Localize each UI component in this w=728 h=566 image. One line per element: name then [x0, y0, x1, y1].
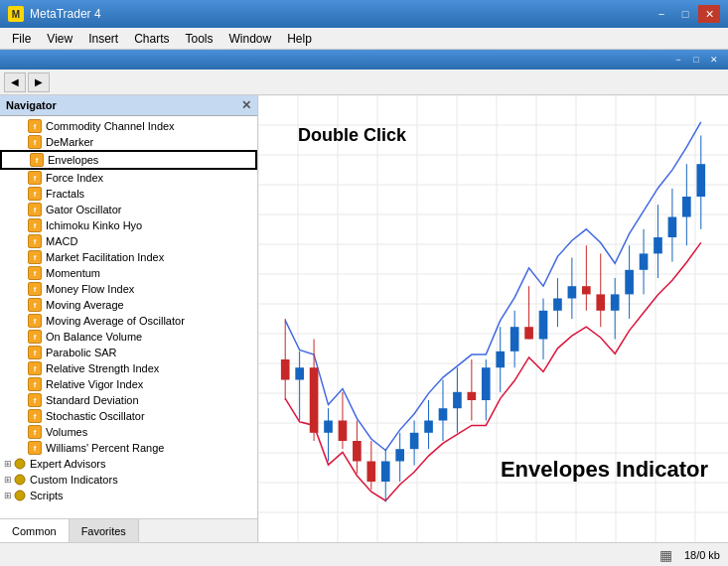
nav-item-parabolic-sar[interactable]: fParabolic SAR: [0, 345, 257, 360]
navigator-content[interactable]: fCommodity Channel IndexfDeMarkerfEnvelo…: [0, 116, 257, 518]
nav-item-market-facilitation-index[interactable]: fMarket Facilitation Index: [0, 249, 257, 265]
indicator-icon: f: [28, 346, 42, 359]
nav-item-money-flow-index[interactable]: fMoney Flow Index: [0, 281, 257, 297]
nav-item-moving-average-of-oscillator[interactable]: fMoving Average of Oscillator: [0, 313, 257, 329]
tab-common[interactable]: Common: [0, 519, 70, 542]
nav-item-relative-vigor-index[interactable]: fRelative Vigor Index: [0, 376, 257, 392]
double-click-label: Double Click: [298, 125, 406, 146]
nav-item-label: Relative Strength Index: [46, 362, 159, 374]
nav-group-custom-indicators[interactable]: ⊞ Custom Indicators: [0, 472, 257, 488]
chart-area: Double Click Envelopes Indicator: [258, 95, 728, 542]
tab-favorites[interactable]: Favorites: [70, 519, 139, 542]
title-bar: M MetaTrader 4 − □ ✕: [0, 0, 728, 28]
menu-view[interactable]: View: [39, 30, 80, 48]
nav-item-label: Money Flow Index: [46, 283, 134, 295]
indicator-icon: f: [28, 234, 42, 248]
nav-item-label: Volumes: [46, 426, 87, 438]
nav-item-label: Momentum: [46, 267, 100, 279]
indicator-icon: f: [28, 393, 42, 407]
menu-bar: File View Insert Charts Tools Window Hel…: [0, 28, 728, 50]
menu-tools[interactable]: Tools: [178, 30, 221, 48]
indicator-icon: f: [28, 377, 42, 391]
nav-item-gator-oscillator[interactable]: fGator Oscillator: [0, 202, 257, 217]
nav-item-commodity-channel-index[interactable]: fCommodity Channel Index: [0, 118, 257, 134]
navigator-tabs: Common Favorites: [0, 518, 257, 542]
nav-item-label: Relative Vigor Index: [46, 378, 143, 390]
status-memory: 18/0 kb: [684, 549, 720, 561]
indicator-icon: f: [28, 298, 42, 312]
navigator-title-bar: Navigator ✕: [0, 95, 257, 116]
nav-group-label: Expert Advisors: [30, 458, 105, 470]
doc-title-bar: − □ ✕: [0, 50, 728, 70]
menu-window[interactable]: Window: [221, 30, 280, 48]
toolbar: ◀ ▶: [0, 70, 728, 95]
nav-item-moving-average[interactable]: fMoving Average: [0, 297, 257, 313]
nav-item-stochastic-oscillator[interactable]: fStochastic Oscillator: [0, 408, 257, 424]
nav-item-label: Gator Oscillator: [46, 204, 121, 215]
title-bar-controls: − □ ✕: [651, 5, 720, 23]
indicator-icon: f: [28, 250, 42, 264]
nav-item-force-index[interactable]: fForce Index: [0, 170, 257, 186]
title-bar-text: MetaTrader 4: [30, 7, 101, 21]
navigator-title-text: Navigator: [6, 99, 57, 111]
nav-group-expert-advisors[interactable]: ⊞ Expert Advisors: [0, 456, 257, 472]
nav-group-label: Scripts: [30, 490, 64, 501]
nav-item-williams'-percent-range[interactable]: fWilliams' Percent Range: [0, 440, 257, 456]
svg-point-2: [15, 491, 25, 500]
menu-file[interactable]: File: [4, 30, 39, 48]
navigator-close-button[interactable]: ✕: [241, 98, 251, 112]
status-bar: ▦ 18/0 kb: [0, 542, 728, 566]
doc-minimize-button[interactable]: −: [670, 53, 686, 67]
minimize-button[interactable]: −: [651, 5, 672, 23]
nav-item-label: Parabolic SAR: [46, 347, 117, 358]
indicator-icon: f: [28, 218, 42, 232]
indicator-icon: f: [28, 314, 42, 328]
doc-maximize-button[interactable]: □: [688, 53, 704, 67]
nav-item-label: Moving Average: [46, 299, 124, 311]
indicator-icon: f: [28, 203, 42, 216]
svg-point-0: [15, 459, 25, 469]
nav-item-label: Standard Deviation: [46, 394, 139, 406]
nav-item-label: DeMarker: [46, 136, 93, 148]
nav-item-label: MACD: [46, 235, 77, 247]
toolbar-btn-2[interactable]: ▶: [28, 72, 50, 92]
nav-item-fractals[interactable]: fFractals: [0, 186, 257, 202]
nav-item-macd[interactable]: fMACD: [0, 233, 257, 249]
maximize-button[interactable]: □: [674, 5, 696, 23]
nav-item-standard-deviation[interactable]: fStandard Deviation: [0, 392, 257, 408]
indicator-icon: f: [28, 135, 42, 149]
indicator-icon: f: [28, 119, 42, 133]
indicator-icon: f: [28, 282, 42, 296]
nav-item-volumes[interactable]: fVolumes: [0, 424, 257, 440]
nav-group-label: Custom Indicators: [30, 474, 118, 486]
nav-group-scripts[interactable]: ⊞ Scripts: [0, 488, 257, 503]
nav-item-envelopes[interactable]: fEnvelopes: [0, 150, 257, 170]
svg-point-1: [15, 475, 25, 485]
nav-item-momentum[interactable]: fMomentum: [0, 265, 257, 281]
indicator-icon: f: [28, 441, 42, 455]
indicator-icon: f: [28, 361, 42, 375]
group-icon: [14, 474, 26, 486]
nav-item-label: Williams' Percent Range: [46, 442, 164, 454]
indicator-icon: f: [28, 330, 42, 344]
navigator-panel: Navigator ✕ fCommodity Channel IndexfDeM…: [0, 95, 258, 542]
nav-item-label: Market Facilitation Index: [46, 251, 164, 263]
close-button[interactable]: ✕: [698, 5, 720, 23]
menu-help[interactable]: Help: [279, 30, 320, 48]
nav-item-label: Fractals: [46, 188, 84, 200]
indicator-icon: f: [28, 266, 42, 280]
app-icon: M: [8, 6, 24, 22]
group-icon: [14, 490, 26, 501]
expand-icon: ⊞: [4, 491, 12, 500]
toolbar-btn-1[interactable]: ◀: [4, 72, 26, 92]
nav-item-on-balance-volume[interactable]: fOn Balance Volume: [0, 329, 257, 345]
doc-close-button[interactable]: ✕: [706, 53, 722, 67]
indicator-icon: f: [28, 425, 42, 439]
nav-item-demarker[interactable]: fDeMarker: [0, 134, 257, 150]
nav-item-ichimoku-kinko-hyo[interactable]: fIchimoku Kinko Hyo: [0, 217, 257, 233]
status-chart-icon: ▦: [659, 547, 672, 563]
nav-item-relative-strength-index[interactable]: fRelative Strength Index: [0, 360, 257, 376]
nav-item-label: Ichimoku Kinko Hyo: [46, 219, 142, 231]
menu-insert[interactable]: Insert: [80, 30, 126, 48]
menu-charts[interactable]: Charts: [126, 30, 177, 48]
